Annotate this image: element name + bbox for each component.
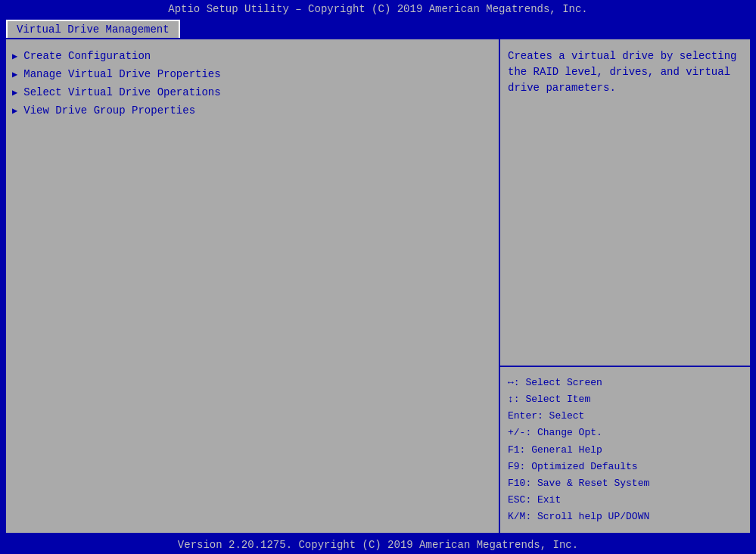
right-panel: Creates a virtual drive by selecting the… xyxy=(500,39,750,533)
key-binding-5: F9: Optimized Defaults xyxy=(508,459,742,475)
top-bar: Aptio Setup Utility – Copyright (C) 2019… xyxy=(0,0,756,18)
key-binding-3: +/-: Change Opt. xyxy=(508,425,742,441)
bottom-bar: Version 2.20.1275. Copyright (C) 2019 Am… xyxy=(0,536,756,554)
key-binding-1: ↕: Select Item xyxy=(508,391,742,408)
footer-text: Version 2.20.1275. Copyright (C) 2019 Am… xyxy=(178,539,578,551)
menu-item-1[interactable]: ▶Manage Virtual Drive Properties xyxy=(12,65,493,83)
menu-item-3[interactable]: ▶View Drive Group Properties xyxy=(12,101,493,120)
key-binding-7: ESC: Exit xyxy=(508,492,742,509)
menu-item-0[interactable]: ▶Create Configuration xyxy=(12,47,493,65)
menu-item-label-3: View Drive Group Properties xyxy=(23,104,195,117)
menu-item-label-1: Manage Virtual Drive Properties xyxy=(23,68,220,80)
menu-arrow-icon-2: ▶ xyxy=(12,87,17,98)
key-binding-6: F10: Save & Reset System xyxy=(508,475,742,492)
help-description: Creates a virtual drive by selecting the… xyxy=(508,50,736,94)
key-help: ↔: Select Screen↕: Select ItemEnter: Sel… xyxy=(500,367,750,533)
tab-bar: Virtual Drive Management xyxy=(0,18,756,38)
key-binding-0: ↔: Select Screen xyxy=(508,375,742,391)
menu-arrow-icon-0: ▶ xyxy=(12,51,17,62)
help-text: Creates a virtual drive by selecting the… xyxy=(500,39,750,367)
header-title: Aptio Setup Utility – Copyright (C) 2019… xyxy=(168,3,588,15)
menu-arrow-icon-3: ▶ xyxy=(12,105,17,117)
left-panel: ▶Create Configuration▶Manage Virtual Dri… xyxy=(6,39,500,533)
key-binding-8: K/M: Scroll help UP/DOWN xyxy=(508,509,742,525)
main-content: ▶Create Configuration▶Manage Virtual Dri… xyxy=(5,38,751,534)
menu-item-label-0: Create Configuration xyxy=(23,50,151,62)
key-binding-4: F1: General Help xyxy=(508,442,742,459)
active-tab[interactable]: Virtual Drive Management xyxy=(6,20,180,38)
menu-arrow-icon-1: ▶ xyxy=(12,69,17,80)
menu-item-label-2: Select Virtual Drive Operations xyxy=(23,86,220,98)
menu-item-2[interactable]: ▶Select Virtual Drive Operations xyxy=(12,83,493,101)
key-binding-2: Enter: Select xyxy=(508,408,742,425)
